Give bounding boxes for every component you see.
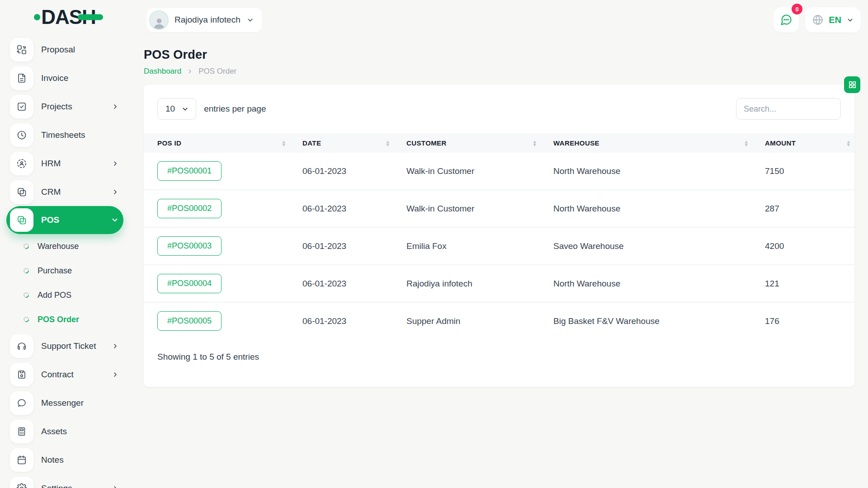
circle-bullet-icon: [24, 292, 29, 298]
topbar: Rajodiya infotech 0: [130, 0, 868, 34]
sidebar-subitem-warehouse[interactable]: Warehouse: [6, 234, 123, 258]
breadcrumb-dashboard-link[interactable]: Dashboard: [144, 67, 181, 76]
sidebar-subitem-purchase[interactable]: Purchase: [6, 258, 123, 283]
sidebar: DASH ProposalInvoiceProjectsTimesheetsHR…: [0, 0, 130, 488]
column-header-warehouse[interactable]: WAREHOUSE▲▼: [553, 133, 765, 153]
sidebar-item-settings[interactable]: Settings: [6, 474, 123, 488]
cell-warehouse: Saveo Warehouse: [553, 227, 765, 265]
sidebar-item-label: Support Ticket: [41, 341, 104, 351]
page-title: POS Order: [144, 48, 854, 62]
sidebar-item-label: HRM: [41, 159, 104, 169]
layout-grid-button[interactable]: [844, 76, 860, 93]
brand-logo[interactable]: DASH: [0, 0, 130, 34]
sidebar-item-contract[interactable]: Contract: [6, 360, 123, 389]
cell-customer: Rajodiya infotech: [406, 265, 553, 302]
sidebar-submenu-pos: WarehousePurchaseAdd POSPOS Order: [6, 234, 123, 332]
cell-date: 06-01-2023: [302, 265, 406, 302]
chevron-right-icon: [112, 188, 119, 196]
sidebar-item-hrm[interactable]: HRM: [6, 149, 123, 178]
sidebar-item-projects[interactable]: Projects: [6, 92, 123, 121]
sidebar-item-label: Timesheets: [41, 130, 119, 140]
pos-order-card: 10 entries per page POS ID▲▼DATE▲▼CUSTOM…: [144, 84, 854, 387]
sidebar-subitem-label: Purchase: [38, 266, 72, 276]
globe-icon: [812, 14, 824, 26]
cell-amount: 176: [765, 302, 854, 339]
search-input[interactable]: [736, 98, 841, 120]
sidebar-item-label: Assets: [41, 427, 119, 436]
cell-customer: Walk-in Customer: [406, 190, 553, 227]
support-ticket-icon: [10, 334, 33, 358]
chevron-right-icon: [112, 371, 119, 378]
column-header-date[interactable]: DATE▲▼: [302, 133, 406, 153]
sidebar-item-label: POS: [41, 215, 103, 225]
chevron-right-icon: [112, 103, 119, 110]
table-header: POS ID▲▼DATE▲▼CUSTOMER▲▼WAREHOUSE▲▼AMOUN…: [144, 133, 854, 153]
sidebar-subitem-add-pos[interactable]: Add POS: [6, 283, 123, 307]
cell-warehouse: North Warehouse: [553, 190, 765, 227]
pos-icon: [10, 208, 33, 232]
company-avatar: [149, 10, 169, 30]
timesheets-icon: [10, 123, 33, 147]
table-row: #POS0000206-01-2023Walk-in CustomerNorth…: [144, 190, 854, 227]
sidebar-subitem-pos-order[interactable]: POS Order: [6, 307, 123, 332]
sort-icon: ▲▼: [846, 140, 851, 146]
chevron-down-icon: [246, 16, 254, 24]
cell-customer: Supper Admin: [406, 302, 553, 339]
pos-id-button[interactable]: #POS00004: [157, 274, 222, 293]
sort-icon: ▲▼: [386, 140, 390, 146]
language-selector[interactable]: EN: [805, 7, 861, 33]
column-label: CUSTOMER: [406, 139, 447, 147]
sidebar-item-notes[interactable]: Notes: [6, 446, 123, 474]
cell-amount: 4200: [765, 227, 854, 265]
column-label: WAREHOUSE: [553, 139, 599, 147]
sidebar-item-assets[interactable]: Assets: [6, 417, 123, 446]
chevron-right-icon: [112, 160, 119, 167]
sidebar-subitem-label: POS Order: [38, 315, 79, 324]
chevron-down-icon: [181, 105, 189, 113]
entries-per-page-label: entries per page: [204, 104, 266, 114]
breadcrumb: Dashboard POS Order: [144, 67, 854, 76]
sidebar-item-support-ticket[interactable]: Support Ticket: [6, 332, 123, 360]
sidebar-item-label: Messenger: [41, 398, 119, 408]
circle-bullet-icon: [24, 244, 29, 249]
table-row: #POS0000506-01-2023Supper AdminBig Baske…: [144, 302, 854, 339]
pos-id-button[interactable]: #POS00003: [157, 236, 222, 256]
cell-warehouse: North Warehouse: [553, 265, 765, 302]
column-header-customer[interactable]: CUSTOMER▲▼: [406, 133, 553, 153]
table-row: #POS0000406-01-2023Rajodiya infotechNort…: [144, 265, 854, 302]
entries-per-page-select[interactable]: 10: [157, 98, 196, 120]
pos-order-table: POS ID▲▼DATE▲▼CUSTOMER▲▼WAREHOUSE▲▼AMOUN…: [144, 133, 854, 339]
assets-icon: [10, 420, 33, 443]
column-header-pos-id[interactable]: POS ID▲▼: [144, 133, 302, 153]
sidebar-item-timesheets[interactable]: Timesheets: [6, 121, 123, 149]
sort-icon: ▲▼: [533, 140, 537, 146]
pos-id-button[interactable]: #POS00001: [157, 161, 222, 181]
cell-date: 06-01-2023: [302, 153, 406, 190]
sidebar-item-crm[interactable]: CRM: [6, 178, 123, 206]
cell-customer: Walk-in Customer: [406, 153, 553, 190]
contract-icon: [10, 363, 33, 386]
messages-button[interactable]: 0: [774, 7, 799, 33]
pos-id-button[interactable]: #POS00005: [157, 311, 222, 331]
hrm-icon: [10, 152, 33, 175]
cell-amount: 7150: [765, 153, 854, 190]
sidebar-item-messenger[interactable]: Messenger: [6, 389, 123, 417]
column-label: POS ID: [157, 139, 181, 147]
company-selector[interactable]: Rajodiya infotech: [146, 8, 262, 32]
table-row: #POS0000306-01-2023Emilia FoxSaveo Wareh…: [144, 227, 854, 265]
sidebar-item-invoice[interactable]: Invoice: [6, 64, 123, 92]
settings-icon: [10, 477, 33, 488]
cell-amount: 287: [765, 190, 854, 227]
sort-icon: ▲▼: [282, 140, 286, 146]
circle-bullet-icon: [24, 268, 29, 273]
sidebar-item-pos[interactable]: POS: [6, 206, 123, 234]
invoice-icon: [10, 66, 33, 90]
circle-bullet-icon: [24, 317, 29, 322]
cell-customer: Emilia Fox: [406, 227, 553, 265]
grid-icon: [848, 80, 857, 89]
sidebar-subitem-label: Warehouse: [38, 242, 79, 251]
pos-id-button[interactable]: #POS00002: [157, 199, 222, 218]
column-header-amount[interactable]: AMOUNT▲▼: [765, 133, 854, 153]
chat-icon: [780, 14, 793, 26]
sidebar-item-proposal[interactable]: Proposal: [6, 35, 123, 64]
